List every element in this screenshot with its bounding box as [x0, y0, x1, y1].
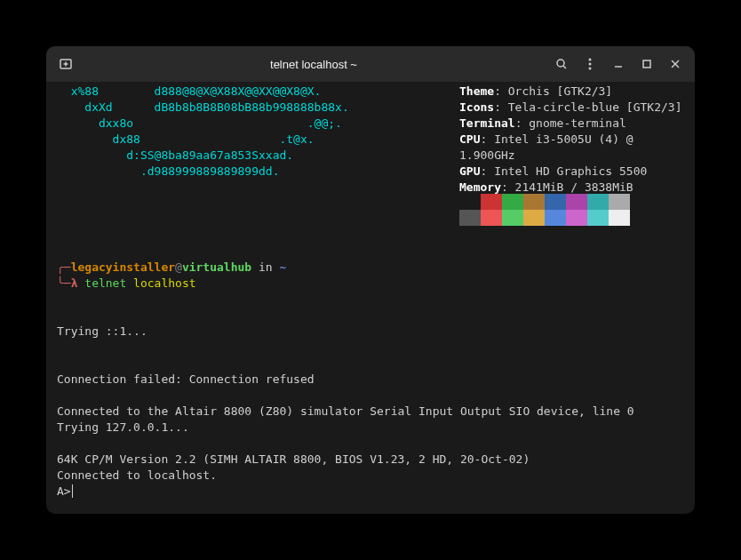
value: : Intel i3-5005U (4) @ 1.900GHz: [459, 132, 633, 162]
swatch: [587, 194, 609, 210]
label: Memory: [459, 180, 501, 194]
new-tab-button[interactable]: [53, 52, 78, 76]
ascii-line: d:SS@8ba89aa67a853Sxxad.: [57, 148, 349, 164]
terminal-content[interactable]: x%88 d888@8@X@X88X@@XX@@X8@X. dxXd dB8b8…: [46, 82, 695, 514]
prompt-a-text: A>: [57, 484, 71, 498]
ascii-line: dx88 .t@x.: [57, 132, 349, 148]
swatch: [587, 210, 609, 226]
label: GPU: [459, 164, 480, 178]
titlebar-right: [549, 52, 688, 76]
swatch: [545, 194, 566, 210]
minimize-button[interactable]: [606, 52, 631, 76]
prompt-in: in: [251, 260, 279, 274]
cmd-telnet: telnet: [84, 276, 126, 290]
ascii-line: dxXd dB8b8b8B8B08bB88b998888b88x.: [57, 100, 349, 116]
swatch: [523, 194, 545, 210]
window-title: telnet localhost ~: [78, 58, 549, 71]
swatch: [609, 210, 630, 226]
swatch: [459, 194, 481, 210]
simulator-banner: Connected to the Altair 8800 (Z80) simul…: [57, 404, 634, 420]
value: : Tela-circle-blue [GTK2/3]: [494, 100, 681, 114]
ascii-line: .d988999889889899dd.: [57, 164, 349, 180]
prompt-line-1: ╭─legacyinstaller@virtualhub in ~: [57, 260, 286, 276]
close-button[interactable]: [663, 52, 688, 76]
ascii-line: dxx8o .@@;.: [57, 116, 349, 132]
swatch: [609, 194, 630, 210]
terminal-window: telnet localhost ~: [46, 46, 695, 514]
telnet-output: Trying ::1... Connection failed: Connect…: [57, 292, 315, 514]
cpm-prompt: A>: [57, 484, 73, 500]
output-line: Connection failed: Connection refused: [57, 372, 315, 388]
output-line: Trying ::1...: [57, 324, 315, 340]
ascii-art: x%88 d888@8@X@X88X@@XX@@X8@X. dxXd dB8b8…: [57, 84, 349, 180]
swatch: [566, 210, 587, 226]
cursor: [72, 484, 73, 498]
svg-point-3: [557, 60, 564, 67]
prompt-at: @: [175, 260, 182, 274]
swatch: [481, 210, 502, 226]
label: Icons: [459, 100, 494, 114]
swatch: [459, 210, 481, 226]
shell-prompt: ╭─legacyinstaller@virtualhub in ~ ╰─λ te…: [57, 260, 286, 292]
sysinfo-cpu: CPU: Intel i3-5005U (4) @ 1.900GHz: [459, 132, 695, 164]
svg-rect-9: [643, 60, 650, 68]
prompt-line-2: ╰─λ telnet localhost: [57, 276, 286, 292]
swatch: [566, 194, 587, 210]
cmd-arg: localhost: [133, 276, 195, 290]
kebab-menu-icon: [583, 57, 597, 71]
swatch: [502, 210, 523, 226]
sysinfo-terminal: Terminal: gnome-terminal: [459, 116, 695, 132]
ascii-line: x%88 d888@8@X@X88X@@XX@@X8@X.: [57, 84, 349, 100]
svg-point-7: [589, 68, 592, 70]
new-tab-icon: [59, 57, 73, 71]
value: : Orchis [GTK2/3]: [494, 84, 612, 98]
swatch: [502, 194, 523, 210]
svg-point-6: [589, 63, 592, 66]
output-line: Trying 127.0.0.1...: [57, 420, 315, 436]
search-button[interactable]: [549, 52, 574, 76]
value: : gnome-terminal: [515, 116, 626, 130]
titlebar-left: [53, 52, 78, 76]
close-icon: [668, 57, 682, 71]
label: CPU: [459, 132, 480, 146]
output-line: Connected to localhost.: [57, 468, 315, 484]
swatch: [481, 194, 502, 210]
menu-button[interactable]: [578, 52, 602, 76]
sysinfo-theme: Theme: Orchis [GTK2/3]: [459, 84, 695, 100]
label: Theme: [459, 84, 494, 98]
swatch: [545, 210, 566, 226]
cpm-banner: 64K CP/M Version 2.2 (SIMH ALTAIR 8800, …: [57, 452, 530, 468]
system-info: Theme: Orchis [GTK2/3] Icons: Tela-circl…: [459, 84, 695, 196]
prompt-host: virtualhub: [182, 260, 251, 274]
color-swatches: [459, 194, 630, 226]
prompt-path: ~: [279, 260, 286, 274]
label: Terminal: [459, 116, 515, 130]
prompt-user: legacyinstaller: [71, 260, 175, 274]
value: : 2141MiB / 3838MiB: [501, 180, 633, 194]
svg-point-5: [589, 59, 592, 61]
maximize-button[interactable]: [634, 52, 659, 76]
titlebar: telnet localhost ~: [46, 46, 695, 82]
sysinfo-icons: Icons: Tela-circle-blue [GTK2/3]: [459, 100, 695, 116]
sysinfo-gpu: GPU: Intel HD Graphics 5500: [459, 164, 695, 180]
value: : Intel HD Graphics 5500: [480, 164, 647, 178]
maximize-icon: [640, 57, 654, 71]
svg-line-4: [563, 66, 566, 68]
swatch: [523, 210, 545, 226]
search-icon: [554, 57, 569, 71]
minimize-icon: [611, 57, 625, 71]
